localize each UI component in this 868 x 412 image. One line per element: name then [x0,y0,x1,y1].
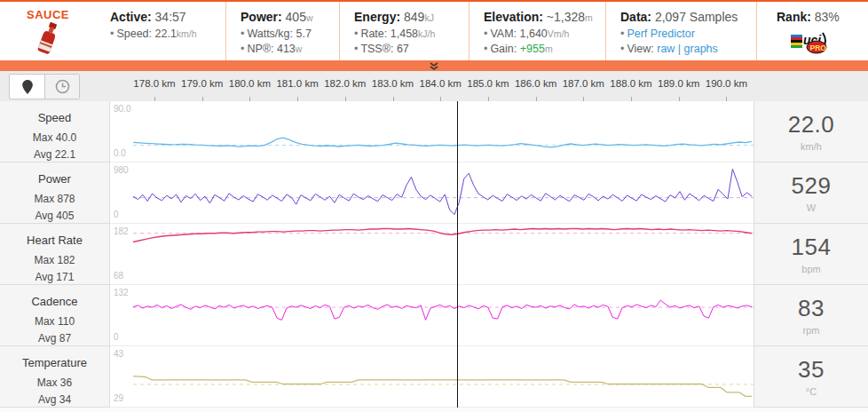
svg-text:PRO: PRO [810,44,827,52]
metric-avg: Avg 405 [0,208,109,225]
current-value-heart-rate: 154 [792,234,832,261]
plot-row-heart-rate[interactable]: 18268 [110,224,754,285]
value-panel: 22.0km/h529W154bpm83rpm35°C [754,101,868,408]
stat-label: Rank: [777,10,811,24]
sauce-bottle-icon [36,21,59,59]
current-value-cadence: 83 [798,295,825,322]
current-value-speed: 22.0 [788,111,835,139]
header-section-active: Active: 34:57 •Speed: 22.1km/h [96,2,225,60]
x-tick-label: 184.0 km [420,78,462,89]
map-pin-icon [21,79,34,95]
metric-title: Speed [0,111,109,124]
metric-max-avg: Max 878Avg 405 [0,191,109,224]
plot-column: 90.00.098001826813204329 [110,101,754,408]
value-row-speed: 22.0km/h [754,101,868,162]
y-axis-min-label: 0 [114,332,119,342]
metric-row-power: PowerMax 878Avg 405 [0,162,109,224]
series-line-speed [133,138,752,147]
chart-cursor-line [457,101,458,408]
y-axis-max-label: 43 [114,349,123,359]
clock-icon [55,79,70,94]
stat-label: Active: [110,10,152,24]
metric-title: Heart Rate [0,234,109,247]
x-tick-label: 180.0 km [229,78,271,89]
plot-row-cadence[interactable]: 1320 [110,285,754,346]
metric-max-avg: Max 182Avg 171 [0,252,109,285]
y-axis-max-label: 182 [114,226,129,236]
marker-tool-button[interactable] [10,75,44,99]
app-root: SAUCE Active: 34:57 •Speed: 22.1km/h Pow… [0,0,868,412]
metric-avg: Avg 34 [0,392,109,408]
value-row-cadence: 83rpm [754,285,868,346]
x-tick-label: 185.0 km [467,78,509,89]
metric-max-avg: Max 110Avg 87 [0,313,109,346]
current-unit-heart-rate: bpm [801,264,820,274]
x-tick-label: 182.0 km [324,78,366,89]
stat-value: 83% [815,10,840,24]
sub-stat-rate: •Rate: 1,458kJ/h [354,28,469,40]
current-unit-power: W [807,202,816,213]
y-axis-min-label: 0.0 [114,148,126,158]
plot-row-temperature[interactable]: 4329 [110,346,754,408]
header-section-data: Data: 2,097 Samples •Perf Predictor •Vie… [605,2,756,60]
view-raw-link[interactable]: raw [657,43,675,55]
sub-stat-speed: •Speed: 22.1km/h [110,28,225,40]
x-axis-toolbar: 178.0 km179.0 km180.0 km181.0 km182.0 km… [0,71,868,101]
x-tick-label: 179.0 km [181,78,223,89]
metric-max: Max 878 [0,191,109,208]
series-line-temperature [133,376,752,397]
stat-value: 34:57 [155,10,186,24]
stat-label: Data: [620,10,651,24]
time-tool-button[interactable] [44,75,79,99]
value-row-temperature: 35°C [754,346,868,408]
metric-avg: Avg 171 [0,269,109,286]
sub-stat-wkg: •Watts/kg: 5.7 [241,28,339,40]
stat-value: ~1,328 [547,10,585,24]
sauce-logo-text: SAUCE [27,8,69,21]
collapse-bar[interactable] [0,60,868,71]
tool-button-group [9,74,80,99]
perf-predictor-link[interactable]: Perf Predictor [627,28,694,40]
current-value-power: 529 [792,172,832,200]
current-unit-temperature: °C [806,386,817,397]
metric-max-avg: Max 36Avg 34 [0,375,109,408]
sub-stat-np: •NP®: 413w [241,43,339,55]
metric-avg: Avg 22.1 [0,147,109,163]
x-tick-label: 178.0 km [133,78,175,89]
x-tick-label: 190.0 km [706,78,747,89]
metric-avg: Avg 87 [0,330,109,347]
metric-max: Max 36 [0,375,109,392]
x-tick-label: 188.0 km [610,78,651,89]
metric-row-heart-rate: Heart RateMax 182Avg 171 [0,224,109,285]
header-section-rank: Rank: 83% uci PRO [756,2,868,60]
current-value-temperature: 35 [798,356,825,384]
plot-row-power[interactable]: 9800 [110,162,754,224]
sauce-logo[interactable]: SAUCE [0,2,96,60]
collapse-chevron-icon [429,62,439,70]
series-line-cadence [133,300,752,320]
sub-stat-tss: •TSS®: 67 [354,43,469,55]
y-axis-min-label: 0 [114,210,119,219]
y-axis-min-label: 29 [114,393,123,403]
header-section-power: Power: 405w •Watts/kg: 5.7 •NP®: 413w [225,2,339,60]
y-axis-max-label: 90.0 [114,104,130,114]
sub-stat-vam: •VAM: 1,640Vm/h [484,28,605,40]
current-unit-speed: km/h [801,141,822,152]
x-tick-label: 187.0 km [563,78,604,89]
metric-label-panel: SpeedMax 40.0Avg 22.1PowerMax 878Avg 405… [0,101,110,408]
plot-row-speed[interactable]: 90.00.0 [110,101,754,162]
header-section-elevation: Elevation: ~1,328m •VAM: 1,640Vm/h •Gain… [469,2,605,60]
metric-max: Max 182 [0,252,109,269]
view-graphs-link[interactable]: graphs [684,43,718,55]
metric-title: Power [0,172,109,186]
bottom-strip [0,408,868,412]
stat-value: 405 [286,10,306,24]
stat-label: Power: [241,10,282,24]
y-axis-max-label: 132 [114,288,129,297]
value-row-power: 529W [754,162,868,224]
metric-row-temperature: TemperatureMax 36Avg 34 [0,346,109,408]
metric-title: Cadence [0,295,109,308]
stat-label: Elevation: [484,10,543,24]
stat-value: 849 [404,10,424,24]
x-tick-label: 186.0 km [515,78,556,89]
